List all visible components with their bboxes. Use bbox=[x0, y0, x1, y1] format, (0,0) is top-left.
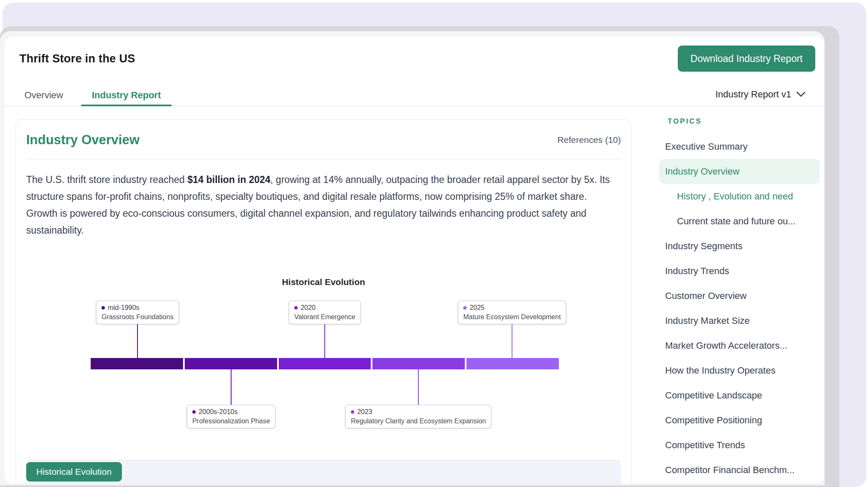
timeline-segment bbox=[466, 358, 559, 369]
timeline-bar bbox=[91, 358, 559, 369]
timeline-segment bbox=[279, 358, 371, 369]
timeline-stem bbox=[418, 369, 419, 405]
topic-item[interactable]: Customer Overview bbox=[659, 283, 819, 308]
download-report-button[interactable]: Download Industry Report bbox=[678, 46, 815, 72]
event-dot-icon bbox=[102, 306, 105, 309]
topic-item[interactable]: Competitor Financial Benchm... bbox=[659, 457, 819, 482]
topic-item[interactable]: Competitive Landscape bbox=[659, 383, 819, 408]
topic-item[interactable]: Industry Market Size bbox=[659, 308, 819, 333]
timeline-segment bbox=[185, 358, 277, 369]
tab-bar: Overview Industry Report bbox=[4, 85, 825, 106]
event-description: Regulatory Clarity and Ecosystem Expansi… bbox=[351, 417, 486, 425]
event-dot-icon bbox=[192, 410, 196, 414]
topics-list: Executive SummaryIndustry OverviewHistor… bbox=[659, 134, 819, 482]
tab-overview[interactable]: Overview bbox=[13, 85, 74, 105]
chart-title: Historical Evolution bbox=[26, 277, 621, 287]
topic-item[interactable]: Industry Trends bbox=[659, 258, 819, 283]
page-title: Thrift Store in the US bbox=[19, 52, 135, 65]
historical-evolution-chart: Historical Evolution mid-1990sGrassroots… bbox=[26, 272, 621, 449]
timeline-stem bbox=[231, 369, 232, 405]
content-area: Industry Overview References (10) The U.… bbox=[4, 106, 825, 484]
topic-item[interactable]: Competitive Positioning bbox=[659, 408, 819, 433]
overview-paragraph: The U.S. thrift store industry reached $… bbox=[26, 171, 621, 239]
timeline-segment bbox=[91, 358, 183, 369]
timeline-stem bbox=[324, 322, 325, 358]
topic-item[interactable]: Competitive Trends bbox=[659, 433, 819, 457]
topic-item[interactable]: How the Industry Operates bbox=[659, 358, 819, 383]
event-label: 2000s-2010s bbox=[199, 408, 238, 416]
topics-heading: TOPICS bbox=[668, 117, 819, 126]
timeline-event: 2025Mature Ecosystem Development bbox=[458, 301, 566, 324]
event-label: 2025 bbox=[469, 304, 485, 312]
topic-item[interactable]: Market Growth Accelerators... bbox=[659, 333, 819, 358]
references-link[interactable]: References (10) bbox=[557, 135, 621, 145]
topic-item[interactable]: Industry Overview bbox=[659, 159, 819, 184]
event-dot-icon bbox=[463, 306, 466, 309]
section-divider bbox=[26, 159, 621, 159]
timeline-stem bbox=[512, 322, 512, 358]
timeline-segment bbox=[372, 358, 465, 369]
paragraph-text: The U.S. thrift store industry reached bbox=[26, 174, 187, 185]
event-description: Professionalization Phase bbox=[192, 417, 270, 425]
event-description: Grassroots Foundations bbox=[102, 313, 174, 321]
section-title: Industry Overview bbox=[26, 132, 140, 148]
report-card: Industry Overview References (10) The U.… bbox=[16, 119, 631, 484]
topic-item[interactable]: History , Evolution and need bbox=[659, 184, 819, 209]
event-description: Mature Ecosystem Development bbox=[463, 313, 561, 321]
report-card-header: Industry Overview References (10) bbox=[26, 132, 621, 148]
timeline-event: 2000s-2010sProfessionalization Phase bbox=[187, 405, 275, 428]
topic-item[interactable]: Current state and future ou... bbox=[659, 209, 819, 234]
timeline-event: mid-1990sGrassroots Foundations bbox=[96, 301, 179, 324]
timeline-event: 2023Regulatory Clarity and Ecosystem Exp… bbox=[345, 405, 491, 428]
event-label: mid-1990s bbox=[108, 304, 140, 312]
main-panel: Thrift Store in the US Download Industry… bbox=[4, 36, 825, 484]
event-dot-icon bbox=[294, 306, 298, 309]
topic-item[interactable]: Industry Segments bbox=[659, 234, 819, 258]
section-badge: Historical Evolution bbox=[26, 462, 122, 482]
timeline-stem bbox=[137, 322, 138, 358]
topic-item[interactable]: Executive Summary bbox=[659, 134, 819, 159]
event-description: Valorant Emergence bbox=[294, 313, 356, 321]
timeline-event: 2020Valorant Emergence bbox=[289, 301, 361, 324]
section-strip: Historical Evolution bbox=[26, 460, 621, 484]
tab-industry-report[interactable]: Industry Report bbox=[81, 85, 172, 105]
event-dot-icon bbox=[351, 410, 354, 414]
event-label: 2023 bbox=[357, 408, 372, 416]
topics-sidebar: TOPICS Executive SummaryIndustry Overvie… bbox=[659, 117, 819, 484]
paragraph-bold-text: $14 billion in 2024 bbox=[187, 174, 270, 185]
event-label: 2020 bbox=[301, 304, 316, 312]
